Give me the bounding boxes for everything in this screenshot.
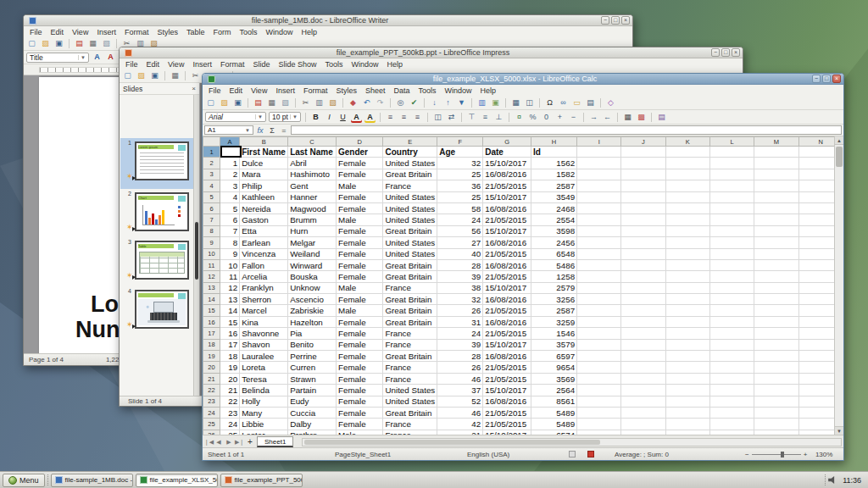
cell-K24[interactable] — [665, 407, 709, 418]
cell-K14[interactable] — [665, 294, 709, 305]
cell-D8[interactable]: Female — [337, 225, 383, 236]
cell-A14[interactable]: 13 — [220, 294, 239, 305]
cell-M10[interactable] — [754, 248, 798, 259]
cell-A21[interactable]: 20 — [220, 373, 239, 384]
cell-L11[interactable] — [709, 259, 754, 270]
cell-L14[interactable] — [709, 294, 754, 305]
align-right-icon[interactable]: ≡ — [412, 112, 423, 123]
column-header-J[interactable]: J — [621, 137, 665, 147]
export-pdf-icon[interactable]: ▤ — [74, 38, 85, 49]
menu-item-window[interactable]: Window — [261, 28, 297, 36]
slides-panel-scrollbar[interactable] — [193, 95, 199, 396]
cell-D21[interactable]: Female — [337, 373, 383, 384]
column-header-C[interactable]: C — [288, 137, 337, 147]
cell-L12[interactable] — [709, 271, 754, 282]
cell-B18[interactable]: Shavon — [240, 339, 288, 350]
cell-K8[interactable] — [665, 225, 709, 236]
cell-D15[interactable]: Male — [337, 305, 383, 316]
cell-E24[interactable]: Great Britain — [383, 407, 437, 418]
cell-F21[interactable]: 46 — [437, 373, 483, 384]
cell-F7[interactable]: 24 — [437, 214, 483, 225]
menu-item-tools[interactable]: Tools — [320, 60, 347, 69]
menu-item-window[interactable]: Window — [347, 60, 382, 69]
borders-icon[interactable]: ▦ — [622, 112, 633, 123]
cell-F16[interactable]: 31 — [437, 316, 483, 327]
cell-G24[interactable]: 21/05/2015 — [483, 407, 531, 418]
cell-G4[interactable]: 21/05/2015 — [483, 180, 531, 191]
cell-L13[interactable] — [709, 282, 754, 293]
cell-G21[interactable]: 21/05/2015 — [483, 373, 531, 384]
row-header-1[interactable]: 1 — [203, 147, 220, 158]
selection-mode-icon[interactable] — [569, 451, 576, 458]
cell-I14[interactable] — [577, 294, 621, 305]
column-header-D[interactable]: D — [337, 137, 383, 147]
cell-M3[interactable] — [754, 169, 798, 180]
insert-chart-icon[interactable]: ▥ — [476, 97, 487, 108]
clone-formatting-icon[interactable]: ◆ — [348, 97, 359, 108]
cell-F24[interactable]: 46 — [437, 407, 483, 418]
cell-E3[interactable]: Great Britain — [383, 169, 437, 180]
open-icon[interactable]: ▨ — [136, 70, 147, 81]
cell-J13[interactable] — [621, 282, 665, 293]
cell-B1[interactable]: First Name — [240, 147, 288, 158]
bold-button[interactable]: B — [310, 112, 321, 123]
cell-L25[interactable] — [709, 419, 754, 430]
cell-B19[interactable]: Lauralee — [240, 351, 288, 362]
cell-J24[interactable] — [621, 407, 665, 418]
cell-E13[interactable]: France — [383, 282, 437, 293]
row-header-23[interactable]: 23 — [203, 396, 220, 407]
cell-C23[interactable]: Eudy — [288, 396, 337, 407]
menu-item-edit[interactable]: Edit — [47, 28, 69, 36]
row-header-15[interactable]: 15 — [203, 305, 220, 316]
align-left-icon[interactable]: ≡ — [385, 112, 396, 123]
cell-E1[interactable]: Country — [383, 147, 437, 158]
cell-G8[interactable]: 15/10/2017 — [483, 225, 531, 236]
cell-K18[interactable] — [665, 339, 709, 350]
clock[interactable]: 11:36 — [843, 476, 861, 485]
print-icon[interactable]: ▦ — [170, 70, 181, 81]
print-preview-icon[interactable]: ▧ — [280, 97, 291, 108]
cell-D20[interactable]: Female — [337, 362, 383, 373]
cell-F19[interactable]: 28 — [437, 351, 483, 362]
cell-K7[interactable] — [665, 214, 709, 225]
row-header-10[interactable]: 10 — [203, 248, 220, 259]
formula-icon[interactable]: = — [279, 126, 289, 135]
cell-K19[interactable] — [665, 351, 709, 362]
freeze-panes-icon[interactable]: ▦ — [510, 97, 521, 108]
zoom-out-icon[interactable]: − — [745, 451, 749, 458]
cell-A9[interactable]: 8 — [220, 237, 239, 248]
cell-F9[interactable]: 27 — [437, 237, 483, 248]
menu-item-table[interactable]: Table — [182, 28, 209, 36]
cell-E10[interactable]: United States — [383, 248, 437, 259]
cell-F8[interactable]: 56 — [437, 225, 483, 236]
cell-M15[interactable] — [754, 305, 798, 316]
cell-H9[interactable]: 2456 — [531, 237, 576, 248]
cell-J20[interactable] — [621, 362, 665, 373]
cell-H5[interactable]: 3549 — [531, 191, 576, 202]
cell-E23[interactable]: United States — [383, 396, 437, 407]
cell-L20[interactable] — [709, 362, 754, 373]
menu-item-tools[interactable]: Tools — [414, 86, 440, 95]
percent-icon[interactable]: % — [527, 112, 538, 123]
cell-D18[interactable]: Female — [337, 339, 383, 350]
column-header-B[interactable]: B — [240, 137, 288, 147]
menu-item-view[interactable]: View — [164, 60, 188, 69]
cell-G18[interactable]: 15/10/2017 — [483, 339, 531, 350]
cell-J9[interactable] — [621, 237, 665, 248]
cell-A25[interactable]: 24 — [220, 419, 239, 430]
cell-M18[interactable] — [754, 339, 798, 350]
cell-L6[interactable] — [709, 202, 754, 214]
cell-F20[interactable]: 26 — [437, 362, 483, 373]
cell-E15[interactable]: Great Britain — [383, 305, 437, 316]
background-color-icon[interactable]: ▩ — [636, 112, 647, 123]
cell-C6[interactable]: Magwood — [288, 202, 337, 214]
menu-item-format[interactable]: Format — [299, 86, 332, 95]
first-sheet-icon[interactable]: ❘◀ — [204, 439, 213, 446]
cell-J4[interactable] — [621, 180, 665, 191]
underline-button[interactable]: U — [337, 112, 348, 123]
hyperlink-icon[interactable]: ∞ — [558, 97, 569, 108]
cell-C8[interactable]: Hurn — [288, 225, 337, 236]
maximize-button[interactable]: □ — [611, 16, 620, 25]
row-header-5[interactable]: 5 — [203, 191, 220, 202]
cell-H14[interactable]: 3256 — [531, 294, 576, 305]
